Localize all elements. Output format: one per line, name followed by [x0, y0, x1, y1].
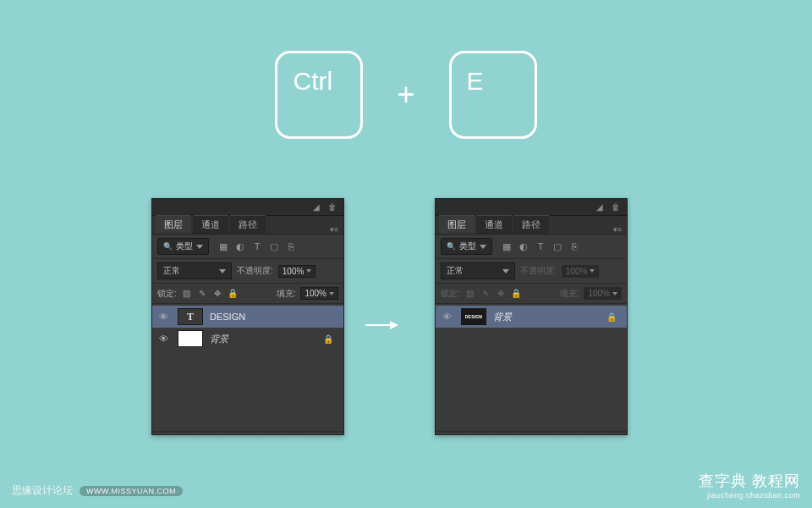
filter-type-icon[interactable]: T: [251, 241, 263, 252]
layer-filter-row: 🔍 类型 ▦ ◐ T ▢ ⎘: [152, 235, 343, 259]
lock-label: 锁定:: [157, 288, 177, 300]
lock-all-icon: 🔒: [511, 289, 521, 298]
panel-titlebar: ◢ 🗑: [436, 199, 627, 216]
chevron-down-icon: [612, 292, 617, 295]
footer-right-url: jiaocheng.chazidian.com: [699, 491, 800, 500]
filter-smart-icon[interactable]: ⎘: [568, 241, 580, 252]
fill-value: 100%: [588, 289, 610, 298]
collapse-icon[interactable]: ◢: [313, 202, 320, 212]
footer-right: 查字典 教程网 jiaocheng.chazidian.com: [699, 471, 800, 500]
filter-icons: ▦ ◐ T ▢ ⎘: [217, 241, 297, 252]
fill-value: 100%: [304, 289, 326, 298]
filter-shape-icon[interactable]: ▢: [268, 241, 280, 252]
visibility-icon[interactable]: 👁: [159, 334, 171, 344]
visibility-icon[interactable]: 👁: [159, 312, 171, 322]
filter-type-label: 类型: [176, 240, 193, 252]
lock-brush-icon[interactable]: ✎: [197, 289, 207, 298]
panel-tabs: 图层 通道 路径 ▾≡: [436, 216, 627, 235]
layer-name[interactable]: 背景: [210, 333, 316, 345]
panel-tabs: 图层 通道 路径 ▾≡: [152, 216, 343, 235]
layer-row[interactable]: 👁 DESIGN 背景 🔒: [436, 306, 627, 328]
opacity-value: 100%: [283, 267, 304, 276]
filter-pixel-icon[interactable]: ▦: [217, 241, 229, 252]
lock-row: 锁定: ▨ ✎ ✥ 🔒 填充: 100%: [152, 284, 343, 304]
tab-layers[interactable]: 图层: [439, 215, 475, 234]
layer-row[interactable]: 👁 背景 🔒: [152, 328, 343, 350]
layer-thumbnail[interactable]: DESIGN: [461, 308, 486, 325]
panel-menu-icon[interactable]: ▾≡: [325, 225, 343, 234]
lock-icon: 🔒: [323, 334, 333, 344]
panel-titlebar: ◢ 🗑: [152, 199, 343, 216]
lock-move-icon[interactable]: ✥: [212, 289, 222, 298]
tab-channels[interactable]: 通道: [193, 215, 228, 234]
layer-name[interactable]: DESIGN: [210, 312, 337, 322]
blend-row: 正常 不透明度: 100%: [436, 259, 627, 284]
blend-row: 正常 不透明度: 100%: [152, 259, 343, 284]
opacity-input[interactable]: 100%: [278, 265, 316, 278]
plus-symbol: +: [397, 77, 414, 113]
lock-icons: ▨ ✎ ✥ 🔒: [465, 289, 521, 298]
lock-transparency-icon[interactable]: ▨: [182, 289, 192, 298]
layers-panel-before: ◢ 🗑 图层 通道 路径 ▾≡ 🔍 类型 ▦ ◐ T ▢ ⎘ 正常 不透明度: …: [151, 198, 344, 435]
filter-type-dropdown[interactable]: 🔍 类型: [157, 238, 209, 255]
layer-name[interactable]: 背景: [493, 311, 600, 323]
filter-adjust-icon[interactable]: ◐: [518, 241, 529, 252]
collapse-icon[interactable]: ◢: [596, 202, 603, 212]
layers-panel-after: ◢ 🗑 图层 通道 路径 ▾≡ 🔍 类型 ▦ ◐ T ▢ ⎘ 正常 不透明度: …: [435, 198, 628, 435]
lock-icons: ▨ ✎ ✥ 🔒: [182, 289, 238, 298]
lock-label: 锁定:: [441, 288, 460, 300]
visibility-icon[interactable]: 👁: [442, 312, 454, 322]
filter-type-icon[interactable]: T: [535, 241, 546, 252]
lock-row: 锁定: ▨ ✎ ✥ 🔒 填充: 100%: [436, 284, 627, 304]
filter-adjust-icon[interactable]: ◐: [234, 241, 246, 252]
tab-layers[interactable]: 图层: [156, 215, 191, 234]
fill-input[interactable]: 100%: [300, 287, 338, 300]
opacity-label: 不透明度:: [237, 265, 273, 277]
arrow-icon: [365, 317, 398, 332]
chevron-down-icon: [502, 269, 509, 273]
layer-row[interactable]: 👁 T DESIGN: [152, 306, 343, 328]
chevron-down-icon: [219, 269, 226, 273]
chevron-down-icon: [480, 245, 486, 249]
blend-mode-dropdown[interactable]: 正常: [441, 262, 515, 279]
keycap-ctrl-label: Ctrl: [293, 67, 332, 123]
keycap-ctrl: Ctrl: [275, 51, 363, 139]
layer-thumbnail[interactable]: T: [178, 308, 203, 325]
tab-channels[interactable]: 通道: [476, 215, 512, 234]
layer-list-after: 👁 DESIGN 背景 🔒: [436, 304, 627, 431]
panel-menu-icon[interactable]: ▾≡: [608, 225, 627, 234]
filter-shape-icon[interactable]: ▢: [551, 241, 563, 252]
opacity-label: 不透明度:: [520, 265, 557, 277]
tab-paths[interactable]: 路径: [513, 215, 549, 234]
footer-left-url: WWW.MISSYUAN.COM: [80, 486, 183, 496]
footer-left-text: 思缘设计论坛: [12, 483, 73, 498]
search-icon: 🔍: [163, 242, 173, 251]
keycap-e-label: E: [467, 67, 484, 123]
panel-bottom-edge: [152, 431, 343, 434]
trash-icon[interactable]: 🗑: [328, 202, 337, 212]
chevron-down-icon: [306, 269, 311, 273]
lock-brush-icon: ✎: [480, 289, 491, 298]
filter-type-dropdown[interactable]: 🔍 类型: [441, 238, 492, 255]
blend-mode-value: 正常: [163, 265, 180, 277]
blend-mode-value: 正常: [447, 265, 464, 277]
fill-input: 100%: [584, 287, 622, 300]
filter-smart-icon[interactable]: ⎘: [285, 241, 297, 252]
chevron-down-icon: [590, 269, 595, 273]
search-icon: 🔍: [447, 242, 456, 251]
footer-right-title: 查字典 教程网: [699, 471, 800, 491]
keycap-e: E: [449, 51, 537, 139]
lock-transparency-icon: ▨: [465, 289, 475, 298]
fill-label: 填充:: [277, 288, 296, 300]
layer-thumbnail[interactable]: [178, 330, 203, 347]
shortcut-row: Ctrl + E: [0, 51, 812, 139]
opacity-value: 100%: [566, 267, 588, 276]
lock-all-icon[interactable]: 🔒: [228, 289, 238, 298]
chevron-down-icon: [196, 245, 203, 249]
filter-pixel-icon[interactable]: ▦: [501, 241, 513, 252]
lock-icon: 🔒: [606, 312, 617, 322]
blend-mode-dropdown[interactable]: 正常: [157, 262, 232, 279]
tab-paths[interactable]: 路径: [230, 215, 266, 234]
layer-filter-row: 🔍 类型 ▦ ◐ T ▢ ⎘: [436, 235, 627, 259]
trash-icon[interactable]: 🗑: [612, 202, 620, 212]
